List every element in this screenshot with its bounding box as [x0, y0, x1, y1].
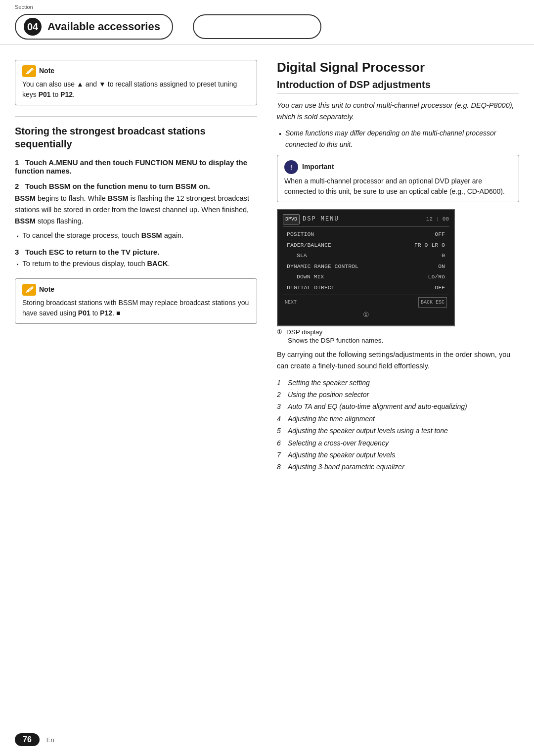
note-icon-2: 🖉: [22, 284, 36, 296]
italic-bullet: • Some functions may differ depending on…: [277, 128, 519, 150]
footer-lang: En: [46, 736, 54, 744]
page-header: 04 Available accessories: [0, 0, 534, 45]
header-right-box: [193, 14, 321, 39]
dsp-row-downmix: DOWN MIXLo/Ro: [283, 271, 449, 282]
list-item: 4Adjusting the time alignment: [277, 413, 519, 424]
main-content: 🖉 Note You can also use ▲ and ▼ to recal…: [0, 60, 534, 478]
right-subtitle: Introduction of DSP adjustments: [277, 79, 519, 94]
svg-text:!: !: [290, 164, 292, 171]
dsp-row-dynamic: DYNAMIC RANGE CONTROLON: [283, 261, 449, 272]
dsp-row-position: POSITIONOFF: [283, 229, 449, 240]
list-item: 1Setting the speaker setting: [277, 377, 519, 388]
dsp-caption-num: ①: [277, 328, 282, 336]
dsp-row-sla: SLA0: [283, 250, 449, 261]
dsp-back-esc: BACK ESC: [418, 297, 447, 308]
note-label-2: Note: [39, 285, 54, 293]
list-item: 2Using the position selector: [277, 389, 519, 400]
note-icon-1: 🖉: [22, 65, 36, 77]
dsp-caption-sub: Shows the DSP function names.: [277, 337, 519, 344]
important-label: Important: [302, 163, 334, 171]
note-box-2: 🖉 Note Storing broadcast stations with B…: [15, 278, 257, 324]
note-label-1: Note: [39, 67, 54, 75]
step-2-bullet: ▪ To cancel the storage process, touch B…: [15, 230, 257, 241]
step-2-body: BSSM begins to flash. While BSSM is flas…: [15, 193, 257, 227]
right-column: Digital Signal Processor Introduction of…: [277, 60, 519, 478]
dsp-caption: ① DSP display: [277, 328, 519, 336]
dsp-bottom-bar: NEXT BACK ESC: [283, 297, 449, 308]
step-3-bullet: ▪ To return to the previous display, tou…: [15, 259, 257, 269]
bullet-square-icon: ▪: [17, 232, 19, 241]
dsp-screen: DPVD DSP MENU 12 : 00 POSITIONOFF FADER/…: [277, 209, 455, 326]
intro-italic: You can use this unit to control multi-c…: [277, 100, 519, 123]
list-item: 6Selecting a cross-over frequency: [277, 438, 519, 448]
list-item: 3Auto TA and EQ (auto-time alignment and…: [277, 401, 519, 412]
dsp-row-fader: FADER/BALANCEFR 0 LR 0: [283, 240, 449, 251]
step-3-header: 3 Touch ESC to return to the TV picture.: [15, 248, 257, 256]
dsp-top-bar: DPVD DSP MENU 12 : 00: [283, 214, 449, 224]
important-icon: !: [284, 160, 298, 174]
dsp-time: 12 : 00: [426, 215, 449, 224]
step-2: 2 Touch BSSM on the function menu to tur…: [15, 182, 257, 241]
step-3: 3 Touch ESC to return to the TV picture.…: [15, 248, 257, 269]
left-column: 🖉 Note You can also use ▲ and ▼ to recal…: [15, 60, 257, 478]
important-box: ! Important When a multi-channel process…: [277, 155, 519, 202]
step-1-header: 1 Touch A.MENU and then touch FUNCTION M…: [15, 158, 257, 175]
section-badge: 04 Available accessories: [15, 14, 173, 40]
dsp-dvd-label: DPVD: [283, 214, 300, 224]
dsp-caption-text: DSP display: [286, 328, 322, 336]
numbered-list: 1Setting the speaker setting 2Using the …: [277, 377, 519, 473]
right-title: Digital Signal Processor: [277, 60, 519, 75]
body-text: By carrying out the following settings/a…: [277, 349, 519, 372]
note-content-1: You can also use ▲ and ▼ to recall stati…: [22, 79, 250, 100]
section-number: 04: [24, 18, 42, 36]
list-item: 7Adjusting the speaker output levels: [277, 449, 519, 460]
dsp-menu-title: DSP MENU: [303, 214, 339, 224]
note-box-1: 🖉 Note You can also use ▲ and ▼ to recal…: [15, 60, 257, 105]
list-item: 5Adjusting the speaker output levels usi…: [277, 425, 519, 436]
bullet-dot-icon: •: [279, 129, 281, 150]
note-content-2: Storing broadcast stations with BSSM may…: [22, 298, 250, 318]
important-content: When a multi-channel processor and an op…: [284, 176, 512, 197]
section-label: Section: [15, 4, 33, 10]
bullet-square-icon-2: ▪: [17, 261, 19, 269]
dsp-row-digital: DIGITAL DIRECTOFF: [283, 282, 449, 293]
dsp-next-label: NEXT: [285, 298, 297, 307]
list-item: 8Adjusting 3-band parametric equalizer: [277, 461, 519, 472]
main-section-heading: Storing the strongest broadcast stations…: [15, 116, 257, 150]
page-number: 76: [15, 733, 40, 746]
dsp-circle-label: ①: [283, 310, 449, 321]
step-2-header: 2 Touch BSSM on the function menu to tur…: [15, 182, 257, 190]
page-footer: 76 En: [0, 733, 534, 746]
step-1: 1 Touch A.MENU and then touch FUNCTION M…: [15, 158, 257, 175]
section-title: Available accessories: [47, 20, 160, 33]
